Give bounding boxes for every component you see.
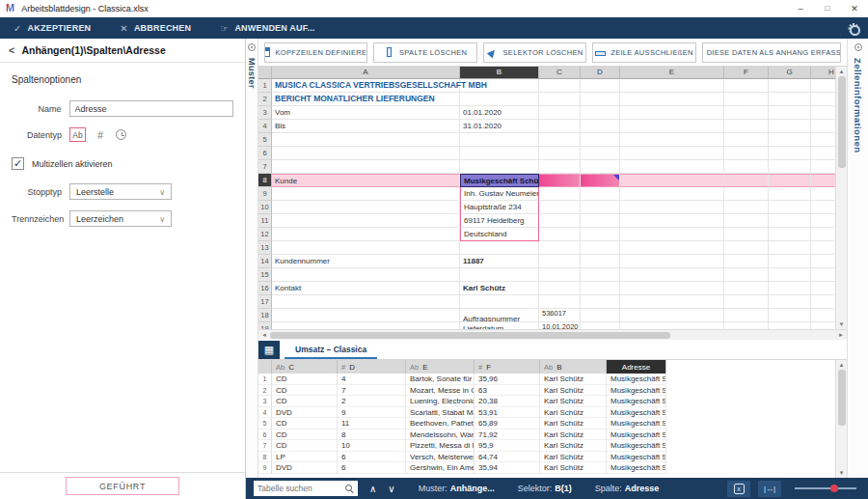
cell-F1[interactable]: [724, 79, 769, 93]
cell-B12[interactable]: Deutschland: [460, 228, 539, 241]
cell-B19[interactable]: Lieferdatum: [460, 322, 539, 329]
table-cell[interactable]: Gershwin, Ein Amerik...: [406, 462, 475, 474]
cell-D4[interactable]: [581, 120, 620, 133]
table-row-5[interactable]: 5CD11Beethoven, Pathetiqu...65,89Karl Sc…: [258, 418, 835, 430]
table-cell[interactable]: DVD: [272, 462, 338, 474]
table-cell[interactable]: 6: [338, 462, 406, 474]
cell-G1[interactable]: [769, 79, 811, 93]
table-cell[interactable]: 6: [338, 452, 406, 463]
table-cell[interactable]: 65,89: [475, 418, 540, 430]
cancel-button[interactable]: ✕ ABBRECHEN: [120, 23, 191, 34]
cell-F2[interactable]: [724, 93, 769, 106]
table-cell[interactable]: CD: [272, 440, 338, 452]
cell-G4[interactable]: [769, 120, 811, 133]
action-button-1[interactable]: KOPFZEILEN DEFINIEREN: [264, 42, 367, 63]
cell-B5[interactable]: [460, 133, 539, 147]
cell-H4[interactable]: [811, 120, 835, 133]
cell-G5[interactable]: [769, 133, 811, 147]
cell-D19[interactable]: [581, 322, 620, 329]
row-header-1[interactable]: 1: [258, 79, 272, 93]
cell-A6[interactable]: [272, 147, 460, 160]
cell-D13[interactable]: [581, 241, 620, 255]
row-header-10[interactable]: 10: [258, 201, 272, 214]
cell-A10[interactable]: [272, 201, 460, 214]
table-cell[interactable]: 35,96: [475, 374, 540, 385]
cell-D10[interactable]: [581, 201, 620, 214]
cell-G18[interactable]: [769, 309, 811, 322]
cell-G19[interactable]: [769, 322, 811, 329]
cell-B8[interactable]: Musikgeschäft Schütz: [460, 174, 539, 187]
cell-E2[interactable]: [620, 93, 724, 106]
cell-G2[interactable]: [769, 93, 811, 106]
row-header-16[interactable]: 16: [258, 282, 272, 295]
fit-width-icon[interactable]: |↔|: [758, 481, 781, 497]
cell-G17[interactable]: [769, 295, 811, 309]
cell-E16[interactable]: [620, 282, 724, 295]
table-cell[interactable]: Musikgeschäft Sc...: [607, 430, 666, 441]
table-cell[interactable]: 35,94: [475, 462, 540, 474]
cell-B6[interactable]: [460, 147, 539, 160]
column-header-F[interactable]: F: [724, 67, 769, 79]
cell-F6[interactable]: [724, 147, 769, 160]
scrollbar-thumb[interactable]: [270, 332, 670, 339]
accept-button[interactable]: ✓ AKZEPTIEREN: [14, 23, 91, 34]
cell-G10[interactable]: [769, 201, 811, 214]
column-header-G[interactable]: G: [769, 67, 811, 79]
apply-to-button[interactable]: ☞ ANWENDEN AUF...: [220, 23, 314, 34]
cell-C11[interactable]: [539, 214, 581, 228]
cell-B4[interactable]: 31.01.2020: [460, 120, 539, 133]
cell-C17[interactable]: [539, 295, 581, 309]
guided-mode-button[interactable]: GEFÜHRT: [66, 477, 179, 495]
cell-H3[interactable]: [811, 106, 835, 120]
cell-H13[interactable]: [811, 241, 835, 255]
cell-E5[interactable]: [620, 133, 724, 147]
table-cell[interactable]: Bartok, Sonate für So...: [406, 374, 475, 385]
action-button-4[interactable]: ZEILE AUSSCHLIEßEN: [592, 42, 695, 63]
table-cell[interactable]: 11: [338, 418, 406, 430]
scroll-left-icon[interactable]: [258, 332, 270, 338]
cell-B11[interactable]: 69117 Heidelberg: [460, 214, 539, 228]
cell-G13[interactable]: [769, 241, 811, 255]
cell-C12[interactable]: [539, 228, 581, 241]
cell-A19[interactable]: [272, 322, 460, 329]
cell-H11[interactable]: [811, 214, 835, 228]
cell-H10[interactable]: [811, 201, 835, 214]
cell-F15[interactable]: [724, 268, 769, 282]
table-cell[interactable]: CD: [272, 396, 338, 407]
row-header-4[interactable]: 4: [258, 120, 272, 133]
cell-C1[interactable]: [539, 79, 581, 93]
cell-E10[interactable]: [620, 201, 724, 214]
cell-B16[interactable]: Karl Schütz: [460, 282, 539, 295]
scrollbar-thumb[interactable]: [838, 370, 846, 426]
row-header-17[interactable]: 17: [258, 295, 272, 309]
cell-E9[interactable]: [620, 187, 724, 201]
cell-A5[interactable]: [272, 133, 460, 147]
cell-C4[interactable]: [539, 120, 581, 133]
table-cell[interactable]: Pizzetti, Messa di Re...: [406, 440, 475, 452]
table-cell[interactable]: Musikgeschäft Sc...: [607, 407, 666, 419]
cell-E6[interactable]: [620, 147, 724, 160]
cell-B17[interactable]: [460, 295, 539, 309]
cell-F19[interactable]: [724, 322, 769, 329]
table-select-icon[interactable]: ▦: [258, 341, 280, 359]
cell-H16[interactable]: [811, 282, 835, 295]
table-cell[interactable]: Karl Schütz: [540, 374, 607, 385]
table-cell[interactable]: Musikgeschäft Sc...: [607, 462, 666, 474]
cell-H9[interactable]: [811, 187, 835, 201]
cell-G6[interactable]: [769, 147, 811, 160]
cell-G12[interactable]: [769, 228, 811, 241]
cell-G3[interactable]: [769, 106, 811, 120]
table-cell[interactable]: DVD: [272, 407, 338, 419]
table-row-4[interactable]: 4DVD9Scarlatti, Stabat Mater53,91Karl Sc…: [258, 407, 835, 419]
cell-B3[interactable]: 01.01.2020: [460, 106, 539, 120]
table-cell[interactable]: Musikgeschäft Sc...: [607, 374, 666, 385]
cell-E14[interactable]: [620, 255, 724, 268]
cell-F17[interactable]: [724, 295, 769, 309]
table-cell[interactable]: 20,38: [475, 396, 540, 407]
minimize-button[interactable]: [787, 0, 814, 16]
search-previous-icon[interactable]: [369, 484, 376, 494]
cell-E18[interactable]: [620, 309, 724, 322]
cell-D17[interactable]: [581, 295, 620, 309]
cell-E4[interactable]: [620, 120, 724, 133]
cell-H14[interactable]: [811, 255, 835, 268]
